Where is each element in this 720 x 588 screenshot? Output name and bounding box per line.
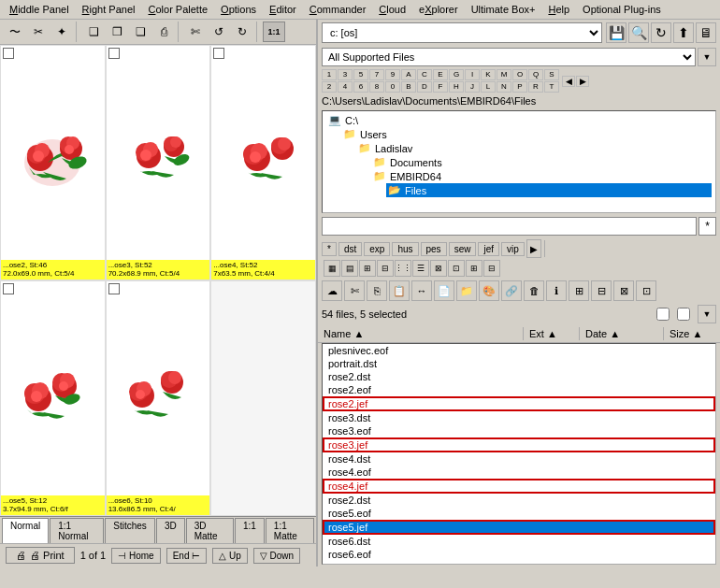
- tab-1to1[interactable]: 1:1: [235, 518, 265, 543]
- embroidery-cell-5[interactable]: ...ose6, St:1013.6x86.5 mm, Ct:4/: [106, 280, 211, 516]
- file-rose5-eof[interactable]: rose5.eof: [323, 507, 715, 520]
- embroidery-cell-1[interactable]: ...ose2, St:4672.0x69.0 mm, Ct:5/4: [0, 45, 106, 280]
- act-newfile[interactable]: 📄: [434, 280, 454, 301]
- alpha-scroll-right[interactable]: ▶: [576, 76, 589, 87]
- file-rose2-eof[interactable]: rose2.eof: [323, 383, 715, 396]
- cell1-checkbox[interactable]: [3, 48, 14, 59]
- act-grid1[interactable]: ⊞: [569, 280, 589, 301]
- menu-commander[interactable]: Commander: [304, 2, 372, 17]
- ext-hus[interactable]: hus: [392, 242, 418, 256]
- act-info[interactable]: ℹ: [546, 280, 567, 301]
- alpha-L[interactable]: L: [481, 81, 496, 93]
- view-icon-1[interactable]: ▦: [324, 260, 340, 277]
- tree-users[interactable]: 📁 Users: [341, 127, 712, 141]
- select-all-checkbox2[interactable]: [677, 308, 690, 321]
- alpha-8[interactable]: 8: [369, 81, 384, 93]
- header-size[interactable]: Size ▲: [664, 327, 720, 340]
- tree-files[interactable]: 📂 Files: [386, 183, 712, 197]
- drive-select[interactable]: c: [os]: [322, 22, 602, 43]
- alpha-I[interactable]: I: [465, 69, 480, 80]
- alpha-C[interactable]: C: [417, 69, 432, 80]
- view-icon-10[interactable]: ⊟: [483, 260, 500, 277]
- menu-color-palette[interactable]: Color Palette: [143, 2, 214, 17]
- alpha-6[interactable]: 6: [353, 81, 368, 93]
- act-grid2[interactable]: ⊟: [591, 280, 612, 301]
- ext-all[interactable]: *: [322, 242, 337, 256]
- embroidery-cell-3[interactable]: ...ose4, St:527x63.5 mm, Ct:4/4: [210, 45, 316, 280]
- menu-right-panel[interactable]: Right Panel: [77, 2, 141, 17]
- file-rose4-dst[interactable]: rose4.dst: [323, 452, 715, 466]
- drive-icon-1[interactable]: 💾: [606, 22, 626, 43]
- view-icon-4[interactable]: ⊟: [377, 260, 394, 277]
- cell5-checkbox[interactable]: [108, 283, 120, 294]
- alpha-scroll-left[interactable]: ◀: [562, 76, 575, 87]
- ext-vip[interactable]: vip: [501, 242, 525, 256]
- act-move[interactable]: ↔: [411, 280, 432, 301]
- alpha-Q[interactable]: Q: [528, 69, 543, 80]
- magic-btn[interactable]: ✦: [50, 22, 73, 42]
- file-rose4-eof[interactable]: rose4.eof: [323, 466, 715, 479]
- menu-explorer[interactable]: eXplorer: [413, 2, 464, 17]
- act-copy[interactable]: ⎘: [367, 280, 387, 301]
- tab-3d[interactable]: 3D: [156, 518, 185, 543]
- file-portrait[interactable]: portrait.dst: [323, 357, 715, 370]
- menu-editor[interactable]: Editor: [264, 2, 302, 17]
- view-icon-2[interactable]: ▤: [341, 260, 358, 277]
- alpha-N[interactable]: N: [497, 81, 511, 93]
- embroidery-cell-2[interactable]: ...ose3, St:5270.2x68.9 mm, Ct:5/4: [106, 45, 211, 280]
- tree-embird64[interactable]: 📁 EMBIRD64: [371, 169, 712, 183]
- ext-jef[interactable]: jef: [478, 242, 499, 256]
- menu-optional-plugins[interactable]: Optional Plug-ins: [577, 2, 667, 17]
- alpha-3[interactable]: 3: [338, 69, 353, 80]
- alpha-G[interactable]: G: [449, 69, 464, 80]
- act-newdir[interactable]: 📁: [456, 280, 477, 301]
- alpha-O[interactable]: O: [512, 69, 527, 80]
- cut-btn[interactable]: ✄: [184, 22, 207, 42]
- tree-drive-c[interactable]: 💻 C:\: [326, 113, 712, 127]
- view-icon-6[interactable]: ☰: [412, 260, 429, 277]
- alpha-R[interactable]: R: [528, 81, 543, 93]
- view-icon-5[interactable]: ⋮⋮: [395, 260, 411, 277]
- menu-cloud[interactable]: Cloud: [373, 2, 411, 17]
- alpha-1[interactable]: 1: [322, 69, 337, 80]
- act-grid4[interactable]: ⊡: [636, 280, 656, 301]
- alpha-9[interactable]: 9: [385, 69, 400, 80]
- wave-btn[interactable]: 〜: [4, 22, 26, 42]
- alpha-E[interactable]: E: [433, 69, 448, 80]
- embroidery-cell-4[interactable]: ...ose5, St:123.7x94.9 mm, Ct:6/f: [0, 280, 106, 516]
- file-rose2-jef[interactable]: rose2.jef: [323, 396, 715, 411]
- act-cut[interactable]: ✄: [344, 280, 365, 301]
- tree-ladislav[interactable]: 📁 Ladislav: [356, 141, 712, 155]
- alpha-2[interactable]: 2: [322, 81, 337, 93]
- alpha-K[interactable]: K: [481, 69, 496, 80]
- header-ext[interactable]: Ext ▲: [524, 327, 580, 340]
- alpha-T[interactable]: T: [544, 81, 559, 93]
- header-date[interactable]: Date ▲: [580, 327, 664, 340]
- tab-3d-matte[interactable]: 3D Matte: [186, 518, 234, 543]
- file-plesnivec[interactable]: plesnivec.eof: [323, 344, 715, 357]
- nav-up-btn[interactable]: △ Up: [212, 548, 248, 564]
- alpha-B[interactable]: B: [401, 81, 416, 93]
- menu-options[interactable]: Options: [215, 2, 262, 17]
- zoom-1to1-btn[interactable]: 1:1: [263, 22, 285, 42]
- alpha-P[interactable]: P: [512, 81, 527, 93]
- alpha-0[interactable]: 0: [385, 81, 400, 93]
- cell2-checkbox[interactable]: [108, 48, 120, 59]
- tree-documents[interactable]: 📁 Documents: [371, 155, 712, 169]
- alpha-A[interactable]: A: [401, 69, 416, 80]
- nav-home-btn[interactable]: ⊣ Home: [111, 548, 160, 564]
- alpha-4[interactable]: 4: [338, 81, 353, 93]
- act-cloud[interactable]: ☁: [322, 280, 342, 301]
- search-input[interactable]: [322, 217, 697, 236]
- alpha-H[interactable]: H: [449, 81, 464, 93]
- act-delete[interactable]: 🗑: [524, 280, 544, 301]
- act-color[interactable]: 🎨: [479, 280, 499, 301]
- copy-btn[interactable]: ❑: [82, 22, 105, 42]
- alpha-S[interactable]: S: [544, 69, 559, 80]
- file-list[interactable]: plesnivec.eof portrait.dst rose2.dst ros…: [322, 343, 716, 565]
- tab-stitches[interactable]: Stitches: [105, 518, 155, 543]
- tab-normal[interactable]: Normal: [2, 518, 49, 543]
- view-icon-3[interactable]: ⊞: [359, 260, 376, 277]
- ext-pes[interactable]: pes: [421, 242, 447, 256]
- alpha-5[interactable]: 5: [353, 69, 368, 80]
